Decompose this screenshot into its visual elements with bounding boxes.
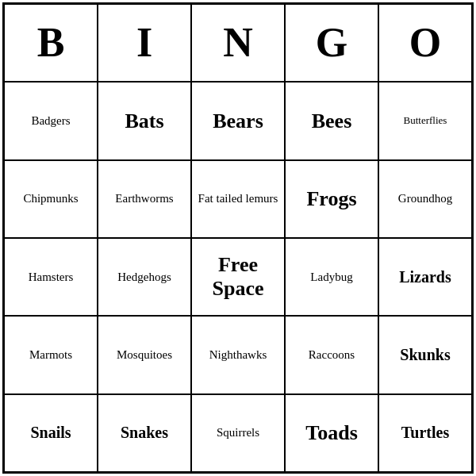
- header-g: G: [285, 4, 378, 82]
- cell-badgers[interactable]: Badgers: [4, 82, 98, 159]
- cell-marmots[interactable]: Marmots: [4, 316, 98, 393]
- cell-hamsters[interactable]: Hamsters: [4, 238, 98, 316]
- cell-raccoons[interactable]: Raccoons: [285, 316, 378, 393]
- cell-earthworms[interactable]: Earthworms: [98, 160, 191, 238]
- cell-lizards[interactable]: Lizards: [378, 238, 472, 316]
- cell-squirrels[interactable]: Squirrels: [191, 394, 285, 472]
- cell-bats[interactable]: Bats: [98, 82, 191, 159]
- header-n: N: [191, 4, 285, 82]
- cell-toads[interactable]: Toads: [285, 394, 378, 472]
- bingo-card: B I N G O Badgers Bats Bears Bees Butter…: [2, 2, 474, 474]
- cell-chipmunks[interactable]: Chipmunks: [4, 160, 98, 238]
- cell-mosquitoes[interactable]: Mosquitoes: [98, 316, 191, 393]
- header-i: I: [98, 4, 191, 82]
- cell-turtles[interactable]: Turtles: [378, 394, 472, 472]
- cell-ladybug[interactable]: Ladybug: [285, 238, 378, 316]
- header-b: B: [4, 4, 98, 82]
- cell-butterflies[interactable]: Butterflies: [378, 82, 472, 159]
- cell-snakes[interactable]: Snakes: [98, 394, 191, 472]
- cell-nighthawks[interactable]: Nighthawks: [191, 316, 285, 393]
- cell-free-space[interactable]: Free Space: [191, 238, 285, 316]
- cell-hedgehogs[interactable]: Hedgehogs: [98, 238, 191, 316]
- cell-fat-tailed-lemurs[interactable]: Fat tailed lemurs: [191, 160, 285, 238]
- cell-skunks[interactable]: Skunks: [378, 316, 472, 393]
- cell-bears[interactable]: Bears: [191, 82, 285, 159]
- cell-frogs[interactable]: Frogs: [285, 160, 378, 238]
- header-o: O: [378, 4, 472, 82]
- cell-groundhog[interactable]: Groundhog: [378, 160, 472, 238]
- cell-bees[interactable]: Bees: [285, 82, 378, 159]
- cell-snails[interactable]: Snails: [4, 394, 98, 472]
